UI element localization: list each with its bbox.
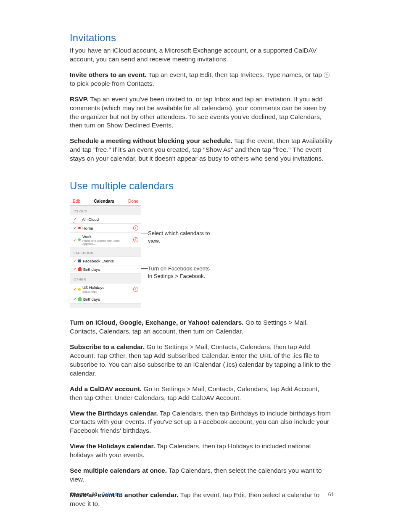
calendar-row-fb-birthdays[interactable]: ✓ Birthdays <box>70 265 141 274</box>
calendar-color-dot <box>78 227 81 229</box>
plus-icon <box>324 72 330 78</box>
label-rsvp: RSVP. <box>70 95 89 103</box>
calendar-row-facebook-events[interactable]: ✓ Facebook Events <box>70 257 141 265</box>
phone-nav-bar: Edit Calendars Done <box>70 197 141 206</box>
lead-line <box>141 233 148 233</box>
info-icon[interactable]: i <box>133 225 138 230</box>
birthday-icon <box>78 298 82 301</box>
para-multiple-at-once: See multiple calendars at once. Tap Cale… <box>70 466 334 484</box>
para-subscribe: Subscribe to a calendar. Go to Settings … <box>70 343 334 378</box>
figure-calendars: Edit Calendars Done ICLOUD ✓ All iCloud … <box>70 197 334 308</box>
check-icon: ✓ <box>73 217 77 222</box>
section-heading-invitations: Invitations <box>70 32 334 44</box>
footer-chapter-label: Chapter <box>70 492 89 498</box>
label: Subscribe to a calendar. <box>70 343 145 350</box>
check-icon: ✓ <box>73 259 77 263</box>
section-heading-multiple-calendars: Use multiple calendars <box>70 180 334 192</box>
label: Turn on iCloud, Google, Exchange, or Yah… <box>70 319 244 326</box>
calendar-subtext: Public and Shared with John Applese… <box>82 239 133 245</box>
check-icon: ✓ <box>73 297 77 302</box>
para-caldav: Add a CalDAV account. Go to Settings > M… <box>70 385 334 402</box>
para-invite-others: Invite others to an event. Tap an event,… <box>70 71 334 88</box>
group-icloud-label: ICLOUD <box>70 206 141 215</box>
check-icon: ✓ <box>73 238 77 242</box>
text: Tap an event you've been invited to, or … <box>70 95 326 129</box>
label-invite-others: Invite others to an event. <box>70 71 147 78</box>
calendar-subtext: Subscribed <box>82 290 104 293</box>
group-facebook-label: FACEBOOK <box>70 247 141 257</box>
calendar-name: US Holidays <box>82 285 104 290</box>
calendar-row-home[interactable]: ✓ Home i <box>70 223 141 232</box>
info-icon[interactable]: i <box>133 237 138 242</box>
calendar-color-dot <box>78 238 81 241</box>
calendar-row-us-holidays[interactable]: ✓ US Holidays Subscribed i <box>70 283 141 295</box>
calendar-row-work[interactable]: ✓ Work Public and Shared with John Apple… <box>70 232 141 247</box>
birthday-icon <box>78 268 82 271</box>
info-icon[interactable]: i <box>133 287 138 292</box>
page-footer: Chapter 10 Calendar 61 <box>70 492 334 498</box>
para-rsvp: RSVP. Tap an event you've been invited t… <box>70 95 334 130</box>
calendar-row-other-birthdays[interactable]: ✓ Birthdays <box>70 295 141 304</box>
para-schedule-meeting: Schedule a meeting without blocking your… <box>70 137 334 163</box>
lead-line <box>141 268 148 269</box>
calendar-name: Home <box>82 226 93 230</box>
calendar-name: Birthdays <box>83 267 100 272</box>
label: View the Holidays calendar. <box>70 442 155 450</box>
check-icon: ✓ <box>73 267 77 272</box>
text: to pick people from Contacts. <box>70 80 154 87</box>
calendar-name: Facebook Events <box>83 259 113 263</box>
text: Tap an event, tap Edit, then tap Invitee… <box>147 71 324 78</box>
para-turn-on-calendars: Turn on iCloud, Google, Exchange, or Yah… <box>70 318 334 336</box>
facebook-icon <box>78 259 81 262</box>
label-schedule-meeting: Schedule a meeting without blocking your… <box>70 137 232 144</box>
callout-facebook: Turn on Facebook events in Settings > Fa… <box>148 265 215 280</box>
calendar-name: All iCloud <box>82 217 99 222</box>
label: View the Birthdays calendar. <box>70 410 158 417</box>
callout-select-calendars: Select which calendars to view. <box>148 230 215 244</box>
calendar-color-dot <box>78 288 81 291</box>
label: Add a CalDAV account. <box>70 385 142 392</box>
para-holidays: View the Holidays calendar. Tap Calendar… <box>70 442 334 460</box>
check-icon: ✓ <box>73 287 77 291</box>
group-other-label: OTHER <box>70 274 141 283</box>
calendar-row-all-icloud[interactable]: ✓ All iCloud <box>70 215 141 223</box>
check-icon: ✓ <box>73 226 77 230</box>
edit-button[interactable]: Edit <box>73 199 80 204</box>
phone-screenshot: Edit Calendars Done ICLOUD ✓ All iCloud … <box>70 197 141 308</box>
footer-section: Calendar <box>101 492 122 498</box>
done-button[interactable]: Done <box>128 199 138 204</box>
calendar-name: Work <box>82 234 133 239</box>
footer-page-number: 61 <box>328 492 334 498</box>
calendar-name: Birthdays <box>83 297 100 302</box>
para-invitations-intro: If you have an iCloud account, a Microso… <box>70 46 334 64</box>
phone-title: Calendars <box>94 199 114 204</box>
footer-chapter-num: 10 <box>92 492 97 498</box>
para-birthdays: View the Birthdays calendar. Tap Calenda… <box>70 409 334 436</box>
label: See multiple calendars at once. <box>70 467 167 474</box>
